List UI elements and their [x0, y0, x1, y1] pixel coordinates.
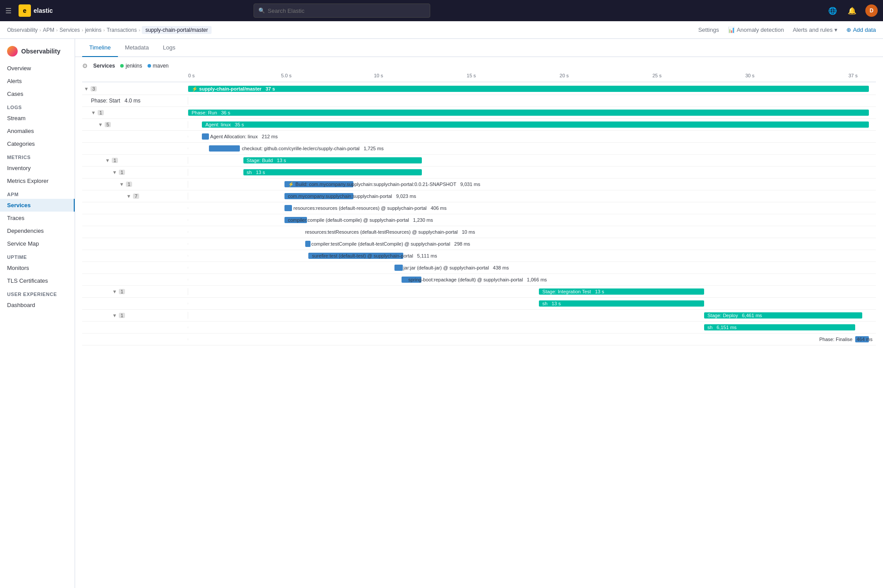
search-bar[interactable]: 🔍: [254, 4, 430, 18]
count-badge: 1: [126, 182, 132, 187]
expand-icon[interactable]: ▼: [126, 193, 131, 199]
tab-metadata[interactable]: Metadata: [118, 39, 156, 57]
row-right: Stage: Deploy 6,461 ms: [188, 310, 876, 321]
sidebar-item-stream[interactable]: Stream: [0, 112, 75, 125]
sidebar-item-alerts[interactable]: Alerts: [0, 75, 75, 87]
sidebar: Observability Overview Alerts Cases Logs…: [0, 39, 75, 588]
hamburger-button[interactable]: ☰: [5, 7, 11, 15]
sidebar-section-user-experience: User Experience: [0, 287, 75, 299]
add-data-button[interactable]: ⊕ Add data: [846, 27, 876, 33]
tab-logs[interactable]: Logs: [156, 39, 182, 57]
sidebar-section-logs: Logs: [0, 100, 75, 112]
row-left: [82, 243, 188, 245]
expand-icon[interactable]: ▼: [112, 170, 117, 175]
breadcrumb-apm[interactable]: APM: [43, 27, 54, 33]
span-bar: [209, 145, 240, 152]
span-bar: [305, 241, 311, 247]
table-row: ▼ 1 sh 13 s: [82, 167, 876, 178]
table-row: ▼ 5 Agent: linux 35 s: [82, 119, 876, 131]
breadcrumb-sep-1: ›: [39, 27, 41, 33]
count-badge: 5: [105, 122, 111, 127]
sidebar-item-dashboard[interactable]: Dashboard: [0, 299, 75, 311]
expand-icon[interactable]: ▼: [119, 182, 124, 187]
span-label: resources:testResources (default-testRes…: [305, 229, 475, 235]
span-label: Phase: Finalise 464 ms: [819, 336, 872, 342]
sidebar-item-overview[interactable]: Overview: [0, 62, 75, 75]
span-label: checkout: github.com/cyrille-leclerc/sup…: [242, 145, 383, 152]
sidebar-logo-area: Observability: [0, 42, 75, 62]
jenkins-dot: [120, 64, 124, 68]
breadcrumb-services[interactable]: Services: [60, 27, 80, 33]
table-row: sh 13 s: [82, 298, 876, 310]
span-bar: [539, 300, 704, 307]
filter-icon[interactable]: ⚙: [82, 62, 88, 69]
globe-icon-button[interactable]: 🌐: [826, 4, 839, 17]
breadcrumb-observability[interactable]: Observability: [7, 27, 38, 33]
table-row: surefire:test (default-test) @ supplycha…: [82, 250, 876, 262]
sidebar-item-inventory[interactable]: Inventory: [0, 162, 75, 175]
add-data-label: Add data: [853, 27, 876, 33]
expand-icon[interactable]: ▼: [112, 289, 117, 294]
sidebar-logo-text: Observability: [21, 48, 61, 55]
sidebar-item-anomalies[interactable]: Anomalies: [0, 125, 75, 137]
row-left: [82, 219, 188, 221]
tab-timeline[interactable]: Timeline: [82, 39, 118, 57]
span-bar: [188, 86, 869, 92]
table-row: resources:resources (default-resources) …: [82, 202, 876, 214]
row-right: surefire:test (default-test) @ supplycha…: [188, 250, 876, 262]
table-row: resources:testResources (default-testRes…: [82, 226, 876, 238]
expand-icon[interactable]: ▼: [105, 158, 110, 163]
row-right: Phase: Finalise 464 ms: [188, 334, 876, 345]
sidebar-item-service-map[interactable]: Service Map: [0, 237, 75, 250]
ruler-5s: 5.0 s: [281, 73, 292, 78]
settings-link[interactable]: Settings: [698, 27, 719, 33]
breadcrumb-jenkins[interactable]: jenkins: [85, 27, 101, 33]
span-label: surefire:test (default-test) @ supplycha…: [312, 253, 437, 259]
count-badge: 1: [119, 289, 125, 294]
alerts-label: Alerts and rules: [793, 27, 833, 33]
bell-icon-button[interactable]: 🔔: [846, 4, 858, 17]
elastic-logo-icon: e: [19, 4, 31, 17]
row-right: compiler:testCompile (default-testCompil…: [188, 238, 876, 250]
row-right: sh 13 s: [188, 167, 876, 178]
row-left: [82, 136, 188, 137]
table-row: sh 6,151 ms: [82, 322, 876, 334]
span-label: Stage: Integration Test 13 s: [542, 288, 604, 295]
sidebar-item-tls-certificates[interactable]: TLS Certificates: [0, 274, 75, 287]
breadcrumb-transactions[interactable]: Transactions: [106, 27, 136, 33]
breadcrumb-current[interactable]: supply-chain-portal/master: [142, 26, 211, 34]
anomaly-detection-button[interactable]: 📊 Anomaly detection: [728, 27, 784, 33]
sidebar-item-cases[interactable]: Cases: [0, 87, 75, 100]
expand-icon[interactable]: ▼: [112, 313, 117, 318]
sidebar-section-apm: APM: [0, 187, 75, 199]
breadcrumb-sep-4: ›: [103, 27, 105, 33]
row-left: ▼ 1: [82, 157, 188, 164]
sidebar-item-traces[interactable]: Traces: [0, 212, 75, 224]
expand-icon[interactable]: ▼: [98, 122, 103, 127]
alerts-and-rules-button[interactable]: Alerts and rules ▾: [793, 27, 838, 33]
breadcrumb-bar: Observability › APM › Services › jenkins…: [0, 21, 883, 39]
sidebar-item-monitors[interactable]: Monitors: [0, 262, 75, 274]
table-row: Agent Allocation: linux 212 ms: [82, 131, 876, 143]
span-bar: [202, 121, 869, 128]
legend-jenkins: jenkins: [120, 63, 142, 69]
row-right: compiler:compile (default-compile) @ sup…: [188, 214, 876, 226]
sidebar-item-dependencies[interactable]: Dependencies: [0, 224, 75, 237]
row-left: [82, 279, 188, 281]
row-right: checkout: github.com/cyrille-leclerc/sup…: [188, 143, 876, 154]
sidebar-item-categories[interactable]: Categories: [0, 137, 75, 150]
sidebar-item-services[interactable]: Services: [0, 199, 75, 212]
row-left: [82, 338, 188, 340]
row-label: Phase: Start 4.0 ms: [91, 98, 140, 104]
expand-icon[interactable]: ▼: [84, 86, 89, 91]
expand-icon[interactable]: ▼: [91, 110, 96, 115]
span-bar: [202, 133, 209, 140]
search-input[interactable]: [268, 8, 425, 14]
user-avatar[interactable]: D: [865, 4, 878, 17]
span-label: com.mycompany.supplychain:supplychain-po…: [288, 193, 416, 199]
table-row: Phase: Finalise 464 ms: [82, 334, 876, 345]
breadcrumb-actions: Settings 📊 Anomaly detection Alerts and …: [698, 27, 876, 33]
table-row: checkout: github.com/cyrille-leclerc/sup…: [82, 143, 876, 155]
sidebar-item-metrics-explorer[interactable]: Metrics Explorer: [0, 175, 75, 187]
ruler-0s: 0 s: [188, 73, 195, 78]
